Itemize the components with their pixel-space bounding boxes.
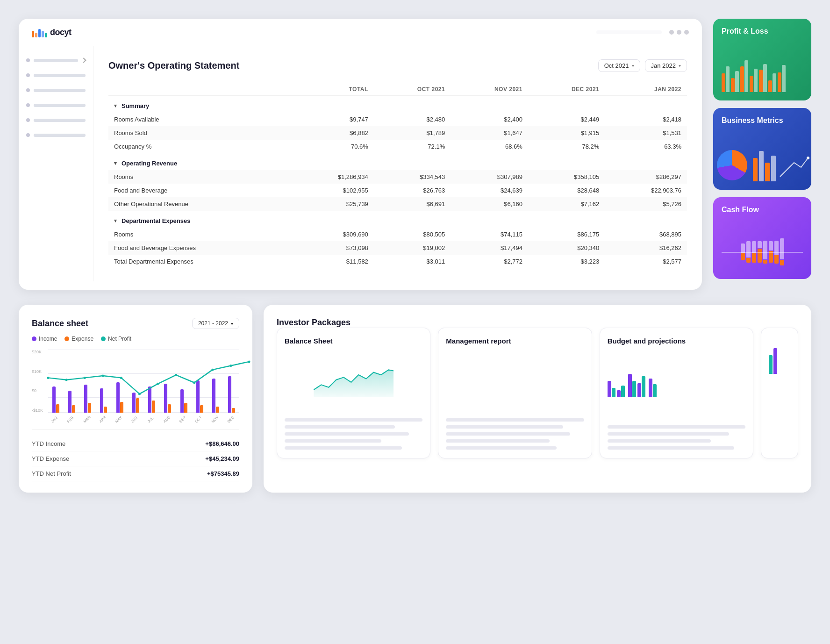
gridline-mid2 bbox=[48, 397, 239, 398]
row-label: Rooms Available bbox=[108, 113, 292, 126]
statement-title: Owner's Operating Statement bbox=[108, 60, 239, 71]
col-nov: NOV 2021 bbox=[451, 83, 528, 96]
stat-value-ytd-income: +$86,646.00 bbox=[205, 440, 239, 447]
gridline-mid1 bbox=[48, 373, 239, 374]
income-bar bbox=[196, 380, 200, 413]
collapse-icon[interactable]: ▾ bbox=[114, 160, 119, 166]
sidebar-item-4[interactable] bbox=[26, 100, 86, 110]
bar-group-oct bbox=[192, 350, 207, 413]
section-operating-revenue: ▾ Operating Revenue bbox=[108, 153, 687, 170]
date-selectors: Oct 2021 Jan 2022 bbox=[598, 59, 687, 72]
col-dec: DEC 2021 bbox=[528, 83, 605, 96]
month-labels: JANFEBMARAPRMAYJUNJULAUGSEPOCTNOVDEC bbox=[48, 413, 239, 422]
topbar: docyt bbox=[19, 19, 702, 46]
expense-bar bbox=[120, 402, 123, 413]
placeholder-line bbox=[608, 425, 745, 429]
row-label: Food and Beverage bbox=[108, 184, 292, 197]
sidebar-item-3[interactable] bbox=[26, 86, 86, 95]
legend-net-profit: Net Profit bbox=[101, 336, 131, 342]
placeholder-line bbox=[446, 439, 549, 443]
package-management-report[interactable]: Management report bbox=[438, 328, 592, 458]
bar-group-mar bbox=[80, 350, 95, 413]
topbar-dot-3[interactable] bbox=[684, 30, 689, 35]
sidebar bbox=[19, 46, 93, 281]
package-fourth[interactable] bbox=[761, 328, 798, 458]
profit-loss-card[interactable]: Profit & Loss bbox=[713, 19, 811, 100]
bar-group-dec bbox=[224, 350, 239, 413]
legend-expense: Expense bbox=[64, 336, 93, 342]
sidebar-dot bbox=[26, 73, 30, 77]
cash-flow-chart bbox=[722, 219, 803, 272]
income-bar bbox=[84, 385, 87, 413]
topbar-dot-2[interactable] bbox=[677, 30, 681, 35]
row-label: Other Operational Revenue bbox=[108, 197, 292, 211]
investor-packages-title: Investor Packages bbox=[277, 318, 351, 327]
table-row: Rooms Sold $6,882 $1,789 $1,647 $1,915 $… bbox=[108, 126, 687, 140]
date-btn-end[interactable]: Jan 2022 bbox=[645, 59, 687, 72]
bar-group-sep bbox=[176, 350, 191, 413]
sidebar-dot bbox=[26, 103, 30, 107]
bar-groups bbox=[48, 350, 239, 413]
stat-ytd-expense: YTD Expense +$45,234.09 bbox=[32, 451, 239, 466]
sidebar-label bbox=[34, 59, 78, 62]
bs-placeholder-lines bbox=[285, 418, 422, 450]
col-label bbox=[108, 83, 292, 96]
table-row: Food and Beverage Expenses $73,098 $19,0… bbox=[108, 241, 687, 255]
bar-group-may bbox=[112, 350, 127, 413]
sidebar-item-1[interactable] bbox=[26, 56, 86, 65]
sidebar-dot bbox=[26, 118, 30, 122]
profit-loss-title: Profit & Loss bbox=[722, 27, 803, 36]
expense-bar bbox=[56, 404, 59, 413]
year-range-btn[interactable]: 2021 - 2022 bbox=[192, 318, 239, 329]
expense-bar bbox=[136, 398, 139, 413]
stat-label-ytd-expense: YTD Expense bbox=[32, 455, 205, 462]
legend-income: Income bbox=[32, 336, 57, 342]
bs-area-chart bbox=[285, 360, 422, 397]
chart-legend: Income Expense Net Profit bbox=[32, 336, 239, 342]
sidebar-label bbox=[34, 104, 86, 107]
package-mgmt-title: Management report bbox=[446, 336, 584, 355]
col-jan: JAN 2022 bbox=[605, 83, 687, 96]
topbar-actions bbox=[669, 30, 689, 35]
package-balance-sheet[interactable]: Balance Sheet bbox=[277, 328, 430, 458]
table-row: Total Departmental Expenses $11,582 $3,0… bbox=[108, 255, 687, 268]
business-metrics-card[interactable]: Business Metrics bbox=[713, 108, 811, 190]
income-bar bbox=[228, 376, 231, 413]
legend-net-profit-dot bbox=[101, 336, 106, 341]
placeholder-line bbox=[446, 446, 556, 450]
sidebar-item-2[interactable] bbox=[26, 71, 86, 80]
cash-flow-card[interactable]: Cash Flow bbox=[713, 197, 811, 279]
pl-bar-chart bbox=[722, 55, 803, 92]
balance-sheet-panel: Balance sheet 2021 - 2022 Income Expense… bbox=[19, 305, 252, 493]
income-bar bbox=[212, 379, 215, 413]
balance-sheet-title: Balance sheet bbox=[32, 319, 88, 329]
area-chart-svg bbox=[285, 360, 422, 397]
package-budget-projections[interactable]: Budget and projections bbox=[600, 328, 753, 458]
stat-value-net-profit: +$75345.89 bbox=[207, 470, 239, 477]
budget-placeholder-lines bbox=[608, 425, 745, 450]
date-btn-start[interactable]: Oct 2021 bbox=[598, 59, 640, 72]
col-oct: OCT 2021 bbox=[374, 83, 451, 96]
table-row: Food and Beverage $102,955 $26,763 $24,6… bbox=[108, 184, 687, 197]
investor-packages-panel: Investor Packages Balance Sheet bbox=[264, 305, 811, 493]
package-budget-title: Budget and projections bbox=[608, 336, 745, 355]
row-label: Food and Beverage Expenses bbox=[108, 241, 292, 255]
chevron-down-icon bbox=[81, 57, 86, 63]
income-bar bbox=[68, 391, 72, 413]
gridline-top bbox=[48, 350, 239, 350]
placeholder-line bbox=[285, 432, 409, 436]
placeholder-line bbox=[608, 439, 711, 443]
search-bar[interactable] bbox=[596, 30, 662, 34]
sidebar-item-6[interactable] bbox=[26, 130, 86, 140]
statement-header: Owner's Operating Statement Oct 2021 Jan… bbox=[108, 59, 687, 72]
collapse-icon[interactable]: ▾ bbox=[114, 218, 119, 224]
sidebar-item-5[interactable] bbox=[26, 115, 86, 125]
pie-chart bbox=[717, 150, 747, 180]
collapse-icon[interactable]: ▾ bbox=[114, 103, 119, 109]
right-cards: Profit & Loss Business Metrics bbox=[713, 19, 811, 279]
sidebar-label bbox=[34, 119, 86, 122]
bar-group-aug bbox=[160, 350, 175, 413]
logo: docyt bbox=[32, 27, 72, 37]
topbar-dot-1[interactable] bbox=[669, 30, 674, 35]
placeholder-line bbox=[285, 425, 395, 429]
